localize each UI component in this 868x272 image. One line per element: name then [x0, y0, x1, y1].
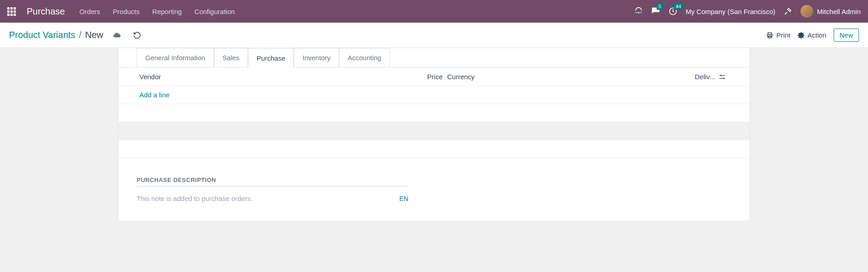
print-button[interactable]: Print — [766, 31, 790, 39]
nav-orders[interactable]: Orders — [80, 8, 100, 15]
content-area: General Information Sales Purchase Inven… — [0, 48, 868, 220]
nav-menu: Orders Products Reporting Configuration — [80, 8, 235, 15]
avatar — [801, 5, 813, 18]
cloud-save-icon[interactable] — [112, 31, 121, 39]
language-button[interactable]: EN — [400, 195, 408, 202]
breadcrumb-parent[interactable]: Product Variants — [9, 30, 75, 40]
section-title: PURCHASE DESCRIPTION — [137, 177, 408, 186]
company-name[interactable]: My Company (San Francisco) — [686, 8, 775, 15]
user-name: Mitchell Admin — [817, 8, 861, 15]
control-bar: Product Variants / New Print Action New — [0, 23, 868, 48]
topnav-left: Purchase Orders Products Reporting Confi… — [7, 6, 235, 17]
col-vendor: Vendor — [139, 73, 420, 81]
description-input[interactable]: This note is added to purchase orders. — [137, 195, 400, 202]
table-row-add: Add a line — [119, 86, 749, 104]
svg-point-13 — [723, 77, 725, 79]
tabs: General Information Sales Purchase Inven… — [119, 48, 749, 67]
tab-purchase[interactable]: Purchase — [248, 48, 294, 67]
activities-badge: 44 — [674, 3, 683, 10]
tools-icon[interactable] — [783, 7, 792, 16]
discard-icon[interactable] — [133, 31, 141, 39]
breadcrumb-separator: / — [79, 30, 81, 40]
user-menu[interactable]: Mitchell Admin — [801, 5, 861, 18]
control-right: Print Action New — [766, 29, 859, 42]
topnav-right: 5 44 My Company (San Francisco) Mitchell… — [634, 5, 861, 18]
svg-point-11 — [720, 74, 722, 76]
top-nav: Purchase Orders Products Reporting Confi… — [0, 0, 868, 23]
col-delivery: Deliv... — [688, 73, 715, 81]
new-button[interactable]: New — [834, 29, 859, 42]
table-row-empty — [119, 104, 749, 122]
form-sheet: General Information Sales Purchase Inven… — [118, 48, 750, 220]
phone-icon[interactable] — [634, 7, 643, 16]
add-line-button[interactable]: Add a line — [139, 91, 170, 99]
action-label: Action — [807, 31, 826, 39]
purchase-description-section: PURCHASE DESCRIPTION This note is added … — [119, 158, 749, 220]
tab-inventory[interactable]: Inventory — [294, 48, 339, 67]
tab-sales[interactable]: Sales — [214, 48, 248, 67]
messages-badge: 5 — [657, 3, 663, 10]
col-price: Price — [420, 73, 443, 81]
spacer-band — [119, 140, 749, 158]
apps-icon[interactable] — [7, 7, 16, 16]
action-button[interactable]: Action — [797, 31, 826, 39]
tab-accounting[interactable]: Accounting — [339, 48, 390, 67]
breadcrumb: Product Variants / New — [9, 30, 141, 40]
activities-icon[interactable]: 44 — [668, 7, 677, 16]
print-label: Print — [776, 31, 790, 39]
nav-reporting[interactable]: Reporting — [153, 8, 182, 15]
columns-options-icon[interactable] — [715, 73, 729, 81]
vendor-table-header: Vendor Price Currency Deliv... — [119, 67, 749, 86]
description-row: This note is added to purchase orders. E… — [137, 186, 408, 216]
col-currency: Currency — [443, 73, 479, 81]
table-footer-band — [119, 122, 749, 140]
tab-general[interactable]: General Information — [137, 48, 214, 67]
nav-configuration[interactable]: Configuration — [195, 8, 235, 15]
nav-products[interactable]: Products — [113, 8, 139, 15]
messages-icon[interactable]: 5 — [651, 7, 660, 16]
app-name[interactable]: Purchase — [27, 6, 65, 17]
breadcrumb-current: New — [85, 30, 103, 40]
